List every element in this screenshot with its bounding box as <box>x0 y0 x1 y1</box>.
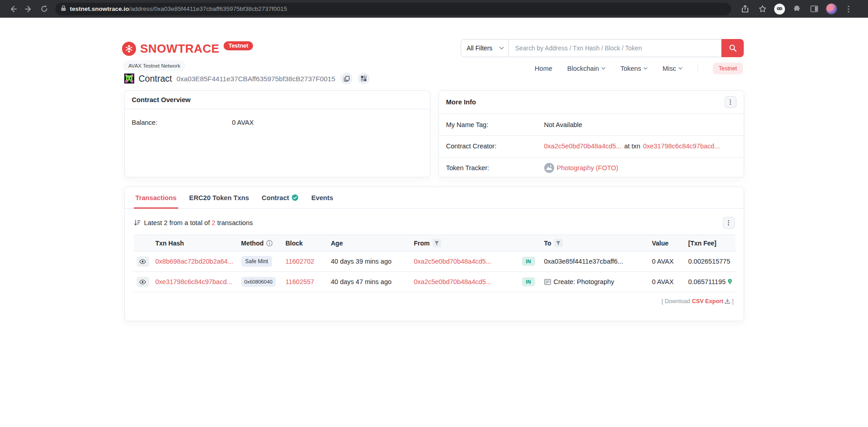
nav-home[interactable]: Home <box>535 65 552 72</box>
brand-name: SNOWTRACE <box>140 42 219 56</box>
txn-hash-link[interactable]: 0x8b698ac72bd20b2a64... <box>156 258 234 265</box>
col-block: Block <box>283 235 328 251</box>
nav-tokens[interactable]: Tokens <box>620 65 648 72</box>
main-nav: Home Blockchain Tokens Misc Testnet <box>535 63 743 74</box>
chevron-down-icon <box>644 67 648 70</box>
copy-icon <box>344 76 350 82</box>
direction-badge: IN <box>522 257 536 266</box>
col-txn-fee: [Txn Fee] <box>686 235 736 251</box>
funnel-icon <box>556 241 561 245</box>
extension-owl-icon[interactable] <box>772 2 787 16</box>
at-txn-text: at txn <box>624 142 640 150</box>
chevron-down-icon <box>499 47 504 49</box>
nav-testnet-button[interactable]: Testnet <box>713 63 743 74</box>
profile-avatar[interactable] <box>824 2 839 16</box>
network-badge: AVAX Testnet Network <box>123 60 185 71</box>
copy-address-button[interactable] <box>341 73 352 84</box>
browser-forward-icon[interactable] <box>21 2 36 16</box>
creator-address-link[interactable]: 0xa2c5e0bd70b48a4cd5... <box>544 142 622 150</box>
brand-logo[interactable]: SNOWTRACE Testnet <box>122 42 253 56</box>
name-tag-row: My Name Tag: Not Available <box>439 114 744 135</box>
sort-icon <box>134 220 141 226</box>
token-tracker-label: Token Tracker: <box>446 164 544 172</box>
address-bar[interactable]: testnet.snowtrace.io/address/0xa03e85f44… <box>55 3 731 15</box>
more-info-menu-button[interactable] <box>725 96 736 108</box>
table-row: 0xe31798c6c84c97bacd... 0x60806040 11602… <box>134 272 736 292</box>
tx-preview-button[interactable] <box>137 277 149 287</box>
col-from: From <box>411 235 519 251</box>
download-icon <box>725 299 730 304</box>
col-value: Value <box>649 235 686 251</box>
browser-reload-icon[interactable] <box>36 2 52 16</box>
contract-identicon <box>124 74 134 83</box>
block-link[interactable]: 11602557 <box>286 278 314 285</box>
col-age[interactable]: Age <box>328 235 411 251</box>
contract-address: 0xa03E85F4411e37CBAff635975bf38cB2737F00… <box>176 75 335 83</box>
browser-menu-icon[interactable] <box>841 2 856 16</box>
search-button[interactable] <box>722 39 744 57</box>
tab-contract[interactable]: Contract <box>255 187 305 208</box>
search-input[interactable] <box>508 39 722 57</box>
kebab-icon <box>730 99 731 105</box>
contract-creator-label: Contract Creator: <box>446 142 544 150</box>
method-badge: Safe Mint <box>241 256 273 267</box>
contract-creation-icon <box>544 279 551 285</box>
age-cell: 40 days 47 mins ago <box>328 272 411 292</box>
tab-erc20-token-txns[interactable]: ERC20 Token Txns <box>183 187 255 208</box>
balance-label: Balance: <box>132 119 232 126</box>
tab-transactions[interactable]: Transactions <box>129 187 183 208</box>
col-to: To <box>541 235 649 251</box>
chevron-down-icon <box>678 67 683 70</box>
creator-txn-link[interactable]: 0xe31798c6c84c97bacd... <box>643 142 720 150</box>
to-address: 0xa03e85f4411e37cbaff6... <box>541 251 649 272</box>
tx-panel-menu-button[interactable] <box>723 217 735 229</box>
url-path: /address/0xa03e85f4411e37cbaff635975bf38… <box>129 5 288 12</box>
extensions-puzzle-icon[interactable] <box>789 2 805 16</box>
csv-export-row: [ Download CSV Export ] <box>134 298 735 304</box>
txn-fee: 0.065711195 <box>688 278 726 285</box>
snowflake-logo-icon <box>122 42 136 56</box>
tab-events[interactable]: Events <box>305 187 339 208</box>
txn-hash-link[interactable]: 0xe31798c6c84c97bacd... <box>156 278 232 285</box>
value-cell: 0 AVAX <box>649 251 686 272</box>
side-panel-icon[interactable] <box>806 2 822 16</box>
from-address-link[interactable]: 0xa2c5e0bd70b48a4cd5... <box>414 258 492 265</box>
name-tag-label: My Name Tag: <box>446 121 544 128</box>
gas-bulb-icon: $ <box>732 258 732 265</box>
balance-value: 0 AVAX <box>232 119 254 126</box>
txn-fee: 0.0026515775 <box>688 258 731 265</box>
tx-preview-button[interactable] <box>137 256 149 267</box>
url-text: testnet.snowtrace.io/address/0xa03e85f44… <box>70 5 287 12</box>
browser-back-icon[interactable] <box>5 2 21 16</box>
search-filter-select[interactable]: All Filters <box>461 39 508 57</box>
search-filter-label: All Filters <box>467 45 493 52</box>
from-address-link[interactable]: 0xa2c5e0bd70b48a4cd5... <box>414 278 492 285</box>
overview-card-title: Contract Overview <box>132 96 191 103</box>
token-tracker-row: Token Tracker: Photography (FOTO) <box>439 157 744 178</box>
block-link[interactable]: 11602702 <box>286 258 314 265</box>
nav-misc[interactable]: Misc <box>663 65 683 72</box>
to-address: Create: Photography <box>554 278 614 285</box>
balance-row: Balance: 0 AVAX <box>125 109 430 136</box>
share-icon[interactable] <box>737 2 753 16</box>
tx-summary: Latest 2 from a total of 2 transactions <box>134 219 253 226</box>
eye-icon <box>139 259 146 264</box>
nav-blockchain[interactable]: Blockchain <box>567 65 605 72</box>
csv-export-link[interactable]: CSV Export <box>692 298 730 304</box>
from-filter-button[interactable] <box>433 239 441 247</box>
brand-testnet-badge: Testnet <box>224 41 254 50</box>
transactions-table: Txn Hash Method Block Age From To Value … <box>134 235 736 292</box>
col-method: Method <box>239 235 283 251</box>
nav-divider <box>697 64 698 74</box>
search-icon <box>729 44 736 52</box>
kebab-icon <box>728 220 729 226</box>
age-cell: 40 days 39 mins ago <box>328 251 411 272</box>
to-filter-button[interactable] <box>554 239 563 247</box>
bookmark-star-icon[interactable] <box>755 2 770 16</box>
info-icon[interactable] <box>266 240 273 246</box>
col-txn-hash: Txn Hash <box>153 235 239 251</box>
token-tracker-link[interactable]: Photography (FOTO) <box>557 164 619 172</box>
chevron-down-icon <box>601 67 605 70</box>
qr-code-button[interactable] <box>358 73 370 84</box>
url-domain: testnet.snowtrace.io <box>70 5 129 12</box>
